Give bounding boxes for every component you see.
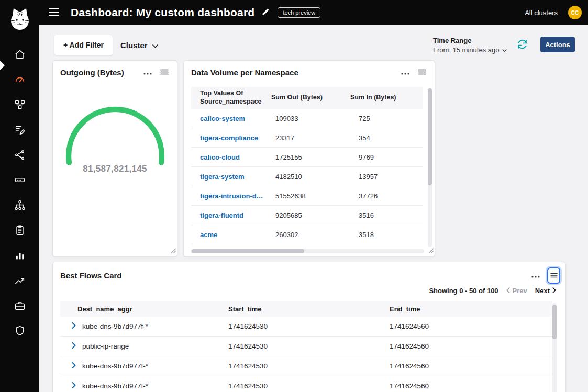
drag-handle-icon	[160, 69, 169, 76]
card-title: Data Volume per Namespace	[191, 68, 394, 77]
expand-row-button[interactable]	[71, 341, 77, 351]
sum-out-value: 9205685	[270, 211, 349, 219]
sum-in-value: 13957	[349, 173, 423, 181]
namespace-link[interactable]: tigera-system	[191, 173, 270, 181]
card-menu-button[interactable]	[530, 271, 541, 281]
namespace-link[interactable]: calico-system	[191, 115, 270, 122]
sum-in-value: 3516	[349, 211, 423, 219]
sum-out-value: 260302	[270, 231, 349, 239]
namespace-link[interactable]: tigera-compliance	[191, 134, 270, 142]
outgoing-bytes-card: Outgoing (Bytes) 81,587,821,145	[52, 60, 177, 257]
pagination-status: Showing 0 - 50 of 100	[429, 287, 498, 295]
chevron-right-icon	[72, 342, 76, 350]
time-range-value: From: 15 minutes ago	[433, 46, 499, 54]
sidebar-item-security[interactable]	[0, 319, 39, 344]
chevron-right-icon	[72, 322, 76, 330]
sidebar-nav	[0, 43, 39, 344]
sidebar-item-endpoints[interactable]	[0, 143, 39, 169]
sum-in-value: 354	[349, 134, 423, 142]
vertical-scrollbar[interactable]	[552, 303, 557, 392]
sidebar-item-clusters[interactable]	[0, 194, 39, 219]
horizontal-scrollbar[interactable]	[191, 249, 424, 253]
sidebar-item-networks[interactable]	[0, 169, 39, 194]
namespace-table: Top Values Of Source_namespace Sum Out (…	[191, 87, 423, 244]
menu-button[interactable]	[49, 8, 59, 18]
namespace-link[interactable]: tigera-fluentd	[191, 211, 270, 219]
resize-handle[interactable]	[428, 246, 434, 255]
cluster-tree-icon	[14, 199, 26, 213]
table-row: public-ip-range 1741624530 1741624560	[60, 337, 552, 356]
card-menu-button[interactable]	[142, 68, 153, 77]
start-time-value: 1741624530	[228, 362, 390, 370]
namespace-link[interactable]: acme	[191, 231, 270, 239]
calico-logo[interactable]	[8, 6, 31, 35]
scrollbar-thumb[interactable]	[428, 88, 432, 185]
dest-value: kube-dns-9b7d977f-*	[82, 362, 148, 370]
time-range-block: Time Range From: 15 minutes ago	[433, 37, 507, 54]
endpoints-nodes-icon	[14, 149, 26, 163]
card-menu-button[interactable]	[400, 68, 411, 77]
cluster-dropdown[interactable]: Cluster	[120, 35, 158, 55]
edit-title-button[interactable]	[261, 7, 270, 18]
sidebar-item-applications[interactable]	[0, 294, 39, 319]
next-page-button[interactable]: Next	[535, 287, 556, 295]
table-row: tigera-intrusion-d… 51552638 37726	[191, 186, 423, 206]
column-header-sum-out: Sum Out (Bytes)	[270, 94, 349, 102]
actions-button[interactable]: Actions	[540, 37, 575, 52]
column-header-namespace: Top Values Of Source_namespace	[191, 89, 270, 106]
sidebar-item-service-graph[interactable]	[0, 93, 39, 118]
table-row: acme 260302 3518	[191, 225, 423, 244]
expand-row-button[interactable]	[71, 381, 77, 391]
namespace-link[interactable]: tigera-intrusion-d…	[191, 192, 270, 200]
sidebar-item-dashboards[interactable]	[0, 68, 39, 93]
end-time-value: 1741624560	[390, 322, 552, 330]
sidebar-item-policies[interactable]	[0, 118, 39, 143]
time-range-selector[interactable]: From: 15 minutes ago	[433, 46, 507, 54]
dest-value: kube-dns-9b7d977f-*	[82, 382, 148, 390]
more-icon	[143, 69, 152, 76]
vertical-scrollbar[interactable]	[428, 88, 432, 247]
more-icon	[401, 69, 409, 76]
card-drag-handle-focused[interactable]	[547, 267, 560, 284]
topbar: Dashboard: My custom dashboard tech prev…	[39, 0, 588, 25]
start-time-value: 1741624530	[228, 322, 390, 330]
sidebar-item-reports[interactable]	[0, 219, 39, 244]
page-title: Dashboard: My custom dashboard	[71, 6, 254, 19]
chevron-down-icon	[502, 46, 507, 54]
best-flows-card: Best Flows Card Showing 0 - 50 of 100 Pr…	[52, 262, 566, 392]
resize-handle[interactable]	[171, 246, 176, 255]
briefcase-icon	[14, 300, 26, 313]
table-header-row: Dest_name_aggr Start_time End_time	[60, 301, 552, 317]
data-volume-card: Data Volume per Namespace Top Values Of …	[183, 60, 435, 257]
resize-grip-icon	[428, 246, 434, 255]
sum-out-value: 109033	[270, 115, 349, 122]
sum-out-value: 51552638	[270, 192, 349, 200]
scrollbar-thumb[interactable]	[552, 305, 557, 339]
chevron-right-icon	[72, 362, 76, 370]
scrollbar-thumb[interactable]	[192, 249, 304, 253]
hamburger-icon	[49, 8, 59, 18]
flows-table: Dest_name_aggr Start_time End_time kube-…	[60, 301, 552, 392]
refresh-button[interactable]	[517, 39, 528, 51]
avatar[interactable]: CC	[568, 6, 582, 19]
card-drag-handle[interactable]	[159, 68, 170, 77]
all-clusters-selector[interactable]: All clusters	[525, 9, 558, 17]
add-filter-button[interactable]: + Add Filter	[54, 35, 113, 55]
drag-handle-icon	[418, 69, 426, 76]
table-row: kube-dns-9b7d977f-* 1741624530 174162456…	[60, 356, 552, 376]
end-time-value: 1741624560	[390, 362, 552, 370]
column-header-dest: Dest_name_aggr	[60, 305, 228, 313]
main-content: + Add Filter Cluster Time Range From: 15…	[39, 25, 588, 392]
prev-page-button[interactable]: Prev	[506, 287, 527, 295]
pagination: Showing 0 - 50 of 100 Prev Next	[429, 287, 556, 295]
sidebar-item-statistics[interactable]	[0, 244, 39, 269]
table-row: calico-system 109033 725	[191, 109, 423, 128]
table-header-row: Top Values Of Source_namespace Sum Out (…	[191, 87, 423, 109]
namespace-link[interactable]: calico-cloud	[191, 153, 270, 161]
sum-in-value: 3518	[349, 231, 423, 239]
sidebar-item-home[interactable]	[0, 43, 39, 68]
expand-row-button[interactable]	[71, 321, 77, 331]
expand-row-button[interactable]	[71, 361, 77, 371]
card-drag-handle[interactable]	[417, 68, 427, 77]
sidebar-item-trends[interactable]	[0, 269, 39, 294]
